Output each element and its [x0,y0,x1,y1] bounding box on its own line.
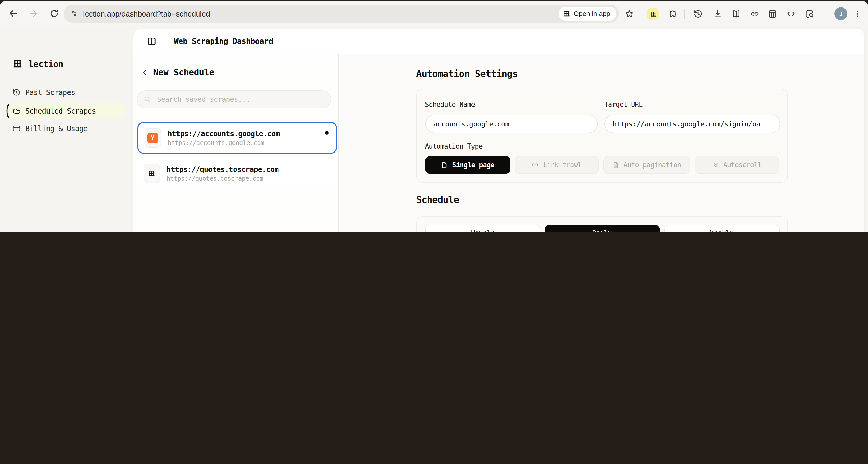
sidebar-item-scheduled-scrapes[interactable]: Scheduled Scrapes [7,103,125,119]
schedule-card: Hourly Daily Weekly Time 09:00 [416,216,788,232]
schedule-name-input[interactable]: accounts.google.com [425,114,597,133]
search-box [137,90,331,108]
scrape-item-quotes-toscrape[interactable]: https://quotes.toscrape.com https://quot… [137,158,337,190]
url-bar[interactable]: lection.app/dashboard?tab=scheduled Open… [64,5,619,23]
brand-name: lection [28,59,63,69]
page-search-icon [805,9,814,19]
favicon-tile [144,164,160,183]
bookmark-star-button[interactable] [622,7,637,21]
link-icon [750,9,760,19]
sidebar-item-past-scrapes[interactable]: Past Scrapes [7,84,125,101]
sidebar-item-label: Past Scrapes [25,88,75,97]
puzzle-icon [668,9,677,19]
lection-logo-icon [563,10,570,17]
file-icon [441,161,448,168]
lection-logo-icon [148,170,156,177]
dashboard-header: Web Scraping Dashboard [133,29,864,54]
lection-extension-button[interactable] [647,8,659,20]
toggle-panel-button[interactable] [146,35,158,47]
lection-logo-icon [650,10,656,17]
favicon-tile: Y [145,128,161,147]
browser-toolbar: lection.app/dashboard?tab=scheduled Open… [0,1,868,26]
schedule-name-label: Schedule Name [425,101,475,108]
devtools-extension-button[interactable] [784,7,798,21]
brand: lection [12,59,63,69]
extensions-button[interactable] [665,7,680,21]
history-button[interactable] [691,7,705,21]
forward-arrow-icon [29,9,38,18]
open-in-app-label: Open in app [574,10,610,18]
automation-type-label-text: Link trawl [543,161,582,169]
kebab-menu-icon [854,10,862,18]
code-icon [786,9,796,19]
section-heading-schedule: Schedule [416,194,459,205]
automation-type-autoscroll[interactable]: Autoscroll [695,156,779,174]
automation-type-link-trawl[interactable]: Link trawl [514,156,598,174]
frequency-label-text: Daily [592,229,612,232]
open-in-app-button[interactable]: Open in app [559,7,616,21]
new-schedule-back[interactable]: New Schedule [137,65,218,79]
cloud-icon [12,107,21,115]
scrape-url: https://quotes.toscrape.com [167,175,330,182]
split-panel-icon [147,37,156,45]
target-url-input[interactable]: https://accounts.google.com/signin/oa [604,114,780,133]
scrape-title: https://accounts.google.com [168,129,318,137]
section-heading-automation: Automation Settings [416,68,518,79]
downloads-button[interactable] [710,7,725,21]
sidebar-item-billing-usage[interactable]: Billing & Usage [7,120,125,137]
frequency-label-text: Weekly [710,229,733,232]
reading-list-button[interactable] [729,7,743,21]
credit-card-icon [12,124,21,133]
frequency-hourly[interactable]: Hourly [425,225,540,232]
automation-type-auto-pagination[interactable]: Auto pagination [603,156,690,174]
star-icon [625,9,634,19]
panel-title: New Schedule [153,67,214,77]
search-icon [144,95,151,103]
automation-type-single-page[interactable]: Single page [425,156,510,174]
book-icon [732,9,741,19]
history-icon [693,9,703,19]
page-search-button[interactable] [802,7,817,21]
forward-button[interactable] [25,5,42,22]
scrape-title: https://quotes.toscrape.com [167,165,330,173]
frequency-daily[interactable]: Daily [544,225,659,232]
history-icon [12,88,21,97]
scrape-url: https://accounts.google.com [168,139,318,146]
table-icon [768,9,777,19]
link-icon [531,161,539,169]
browser-profile-avatar[interactable]: J [834,7,847,20]
browser-menu-button[interactable] [850,7,865,21]
automation-settings-card: Schedule Name accounts.google.com Target… [416,89,788,183]
reload-button[interactable] [45,5,63,22]
automation-type-label-text: Auto pagination [624,161,681,169]
chevron-left-icon [141,69,148,76]
active-bracket-indicator [5,103,10,119]
app-window: lection Past Scrapes Scheduled Scrapes B… [0,26,868,232]
frequency-label-text: Hourly [471,229,494,232]
lection-logo-icon [12,59,23,69]
target-url-label: Target URL [604,101,643,108]
scrape-item-accounts-google[interactable]: Y https://accounts.google.com https://ac… [137,122,337,154]
dashboard-card: Web Scraping Dashboard New Schedule [133,29,864,232]
schedule-name-value: accounts.google.com [433,120,509,128]
reload-icon [50,9,59,18]
copy-link-button[interactable] [748,7,762,21]
google-favicon: Y [147,132,158,143]
screen: lection.app/dashboard?tab=scheduled Open… [0,0,868,232]
download-icon [713,9,722,19]
toolbar-separator [684,9,685,19]
sidebar: lection Past Scrapes Scheduled Scrapes B… [0,26,133,232]
page-title: Web Scraping Dashboard [174,37,273,46]
schedule-form-panel: Automation Settings Schedule Name accoun… [339,54,864,232]
sidebar-item-label: Billing & Usage [25,124,88,133]
search-input[interactable] [156,95,324,104]
tables-extension-button[interactable] [765,7,780,21]
site-settings-icon[interactable] [70,9,79,18]
target-url-value: https://accounts.google.com/signin/oa [613,120,760,128]
url-text: lection.app/dashboard?tab=scheduled [83,9,559,18]
toolbar-separator [825,9,825,19]
back-button[interactable] [4,5,22,22]
frequency-weekly[interactable]: Weekly [664,225,779,232]
automation-type-label-text: Autoscroll [723,161,762,169]
back-arrow-icon [8,9,18,18]
